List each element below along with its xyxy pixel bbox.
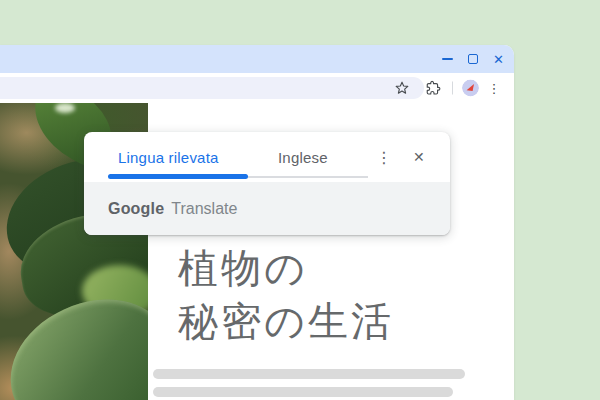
popup-menu-icon[interactable]: ⋮ bbox=[376, 132, 392, 182]
page-heading: 植物の 秘密の生活 bbox=[178, 242, 394, 348]
address-bar[interactable] bbox=[0, 77, 424, 99]
window-controls: ✕ bbox=[442, 45, 504, 73]
maximize-icon[interactable] bbox=[468, 54, 478, 64]
window-close-icon[interactable]: ✕ bbox=[493, 53, 504, 66]
toolbar-divider bbox=[452, 82, 453, 95]
translate-popup-tabs: Lingua rilevata Inglese ⋮ ✕ bbox=[84, 132, 450, 182]
active-tab-underline bbox=[108, 174, 248, 179]
translate-product-text: Translate bbox=[171, 200, 237, 218]
google-logo-text: Google bbox=[108, 200, 164, 218]
desktop-background: ✕ ⋮ bbox=[0, 0, 600, 400]
browser-menu-icon[interactable]: ⋮ bbox=[488, 82, 500, 95]
bookmark-star-icon[interactable] bbox=[395, 81, 409, 95]
profile-avatar[interactable] bbox=[462, 80, 479, 97]
browser-toolbar: ⋮ bbox=[0, 73, 514, 103]
window-titlebar[interactable]: ✕ bbox=[0, 45, 514, 73]
google-translate-brand: Google Translate bbox=[84, 182, 450, 235]
placeholder-text-bar bbox=[153, 387, 453, 397]
minimize-icon[interactable] bbox=[442, 58, 453, 60]
plant-highlight bbox=[55, 103, 75, 113]
tab-english[interactable]: Inglese bbox=[278, 132, 328, 182]
page-heading-line-2: 秘密の生活 bbox=[178, 295, 394, 348]
inactive-tab-underline bbox=[248, 176, 368, 178]
popup-close-icon[interactable]: ✕ bbox=[413, 132, 425, 182]
extensions-icon[interactable] bbox=[426, 81, 441, 96]
placeholder-text-bar bbox=[153, 369, 465, 379]
translate-popup: Lingua rilevata Inglese ⋮ ✕ Google Trans… bbox=[84, 132, 450, 235]
page-heading-line-1: 植物の bbox=[178, 242, 394, 295]
